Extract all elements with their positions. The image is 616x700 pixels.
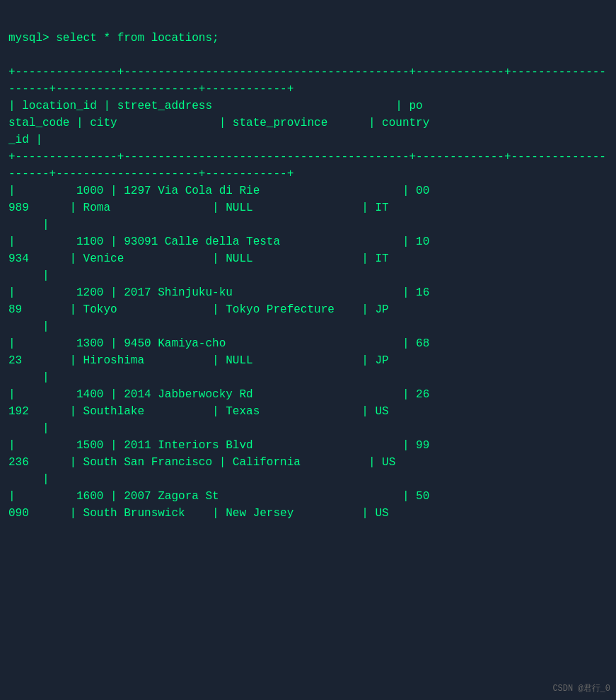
separator-line-1: +---------------+-----------------------… <box>8 66 606 95</box>
terminal-output: mysql> select * from locations; +-------… <box>0 7 616 527</box>
data-row-1100: | 1100 | 93091 Calle della Testa | 10 93… <box>8 235 429 282</box>
watermark: CSDN @君行_0 <box>552 682 610 694</box>
data-row-1600: | 1600 | 2007 Zagora St | 50 090 | South… <box>8 490 429 520</box>
data-row-1000: | 1000 | 1297 Via Cola di Rie | 00 989 |… <box>8 185 429 231</box>
data-row-1500: | 1500 | 2011 Interiors Blvd | 99 236 | … <box>8 439 429 486</box>
separator-line-2: +---------------+-----------------------… <box>8 151 606 180</box>
header-row: | location_id | street_address | po stal… <box>8 100 429 146</box>
data-row-1300: | 1300 | 9450 Kamiya-cho | 68 23 | Hiros… <box>8 337 429 384</box>
data-row-1200: | 1200 | 2017 Shinjuku-ku | 16 89 | Toky… <box>8 286 429 333</box>
prompt-line: mysql> select * from locations; <box>8 32 219 45</box>
data-row-1400: | 1400 | 2014 Jabberwocky Rd | 26 192 | … <box>8 388 429 435</box>
